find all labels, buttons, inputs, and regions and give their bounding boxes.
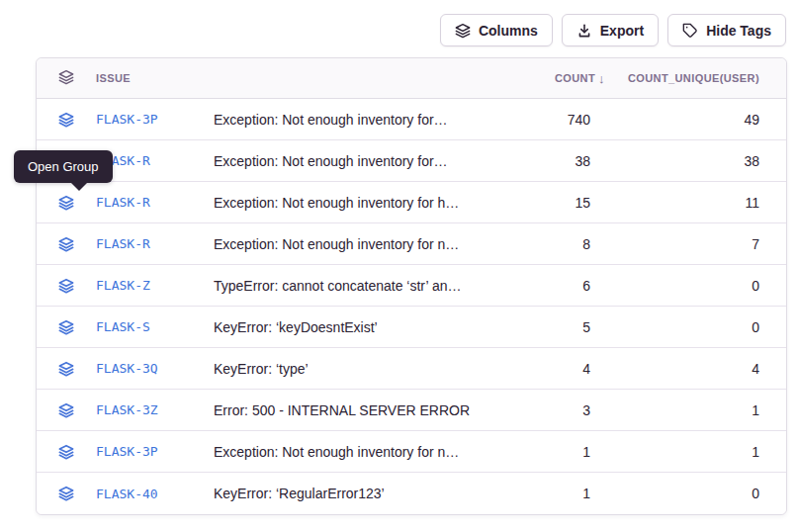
issue-title: KeyError: ‘type’ bbox=[214, 361, 490, 377]
open-group-stack-icon[interactable] bbox=[37, 278, 96, 294]
count-value: 5 bbox=[490, 319, 595, 335]
stack-icon bbox=[455, 23, 471, 39]
hide-tags-button[interactable]: Hide Tags bbox=[667, 14, 786, 46]
count-value: 4 bbox=[490, 361, 595, 377]
count-unique-value: 4 bbox=[595, 361, 786, 377]
open-group-stack-icon[interactable] bbox=[37, 236, 96, 252]
table-row: FLASK-3P Exception: Not enough inventory… bbox=[37, 431, 786, 473]
hide-tags-button-label: Hide Tags bbox=[706, 23, 771, 39]
issue-key-link[interactable]: FLASK-3P bbox=[96, 444, 214, 459]
count-value: 1 bbox=[490, 486, 595, 501]
open-group-stack-icon[interactable] bbox=[37, 444, 96, 460]
issue-key-link[interactable]: FLASK-3P bbox=[96, 112, 214, 127]
columns-button-label: Columns bbox=[479, 23, 538, 39]
count-value: 6 bbox=[490, 278, 595, 294]
open-group-stack-icon[interactable] bbox=[37, 361, 96, 377]
stack-header-icon bbox=[37, 69, 96, 87]
open-group-stack-icon[interactable] bbox=[37, 195, 96, 211]
table-body: FLASK-3P Exception: Not enough inventory… bbox=[37, 99, 786, 514]
count-value: 38 bbox=[490, 153, 595, 169]
issue-title: Exception: Not enough inventory for n… bbox=[214, 236, 490, 252]
table-row: FLASK-3P Exception: Not enough inventory… bbox=[37, 99, 786, 140]
open-group-stack-icon[interactable] bbox=[37, 112, 96, 128]
issue-key-link[interactable]: FLASK-3Z bbox=[96, 402, 214, 417]
export-button[interactable]: Export bbox=[562, 14, 659, 46]
header-count-unique[interactable]: COUNT_UNIQUE(USER) bbox=[595, 72, 786, 84]
export-button-label: Export bbox=[600, 23, 644, 39]
table-row: FLASK-S KeyError: ‘keyDoesntExist’ 5 0 bbox=[37, 307, 786, 348]
issue-key-link[interactable]: FLASK-R bbox=[96, 236, 214, 251]
open-group-stack-icon[interactable] bbox=[37, 319, 96, 335]
issue-title: KeyError: ‘keyDoesntExist’ bbox=[214, 319, 490, 335]
issue-title: Exception: Not enough inventory for… bbox=[214, 153, 490, 169]
count-value: 15 bbox=[490, 195, 595, 211]
download-icon bbox=[576, 23, 592, 39]
open-group-tooltip: Open Group bbox=[14, 150, 113, 183]
issue-key-link[interactable]: FLASK-40 bbox=[96, 487, 214, 501]
count-value: 8 bbox=[490, 236, 595, 252]
count-unique-value: 11 bbox=[595, 195, 786, 211]
issue-key-link[interactable]: FLASK-R bbox=[96, 195, 214, 210]
header-issue: ISSUE bbox=[96, 72, 214, 84]
count-unique-value: 0 bbox=[595, 319, 786, 335]
toolbar: Columns Export Hide Tags bbox=[440, 14, 786, 46]
open-group-stack-icon[interactable] bbox=[37, 402, 96, 418]
issue-title: KeyError: ‘RegularError123’ bbox=[214, 486, 490, 501]
table-row: FLASK-Z TypeError: cannot concatenate ‘s… bbox=[37, 265, 786, 307]
table-header-row: ISSUE COUNT ↓ COUNT_UNIQUE(USER) bbox=[37, 58, 786, 99]
count-unique-value: 38 bbox=[595, 153, 786, 169]
issue-key-link[interactable]: FLASK-3Q bbox=[96, 361, 214, 376]
tooltip-label: Open Group bbox=[28, 159, 99, 174]
table-row: FLASK-40 KeyError: ‘RegularError123’ 1 0 bbox=[37, 473, 786, 514]
issue-key-link[interactable]: FLASK-S bbox=[96, 319, 214, 334]
count-value: 3 bbox=[490, 402, 595, 418]
issue-title: Exception: Not enough inventory for… bbox=[214, 112, 490, 128]
issue-key-link[interactable]: FLASK-Z bbox=[96, 278, 214, 293]
issue-title: Exception: Not enough inventory for n… bbox=[214, 444, 490, 460]
open-group-stack-icon[interactable] bbox=[37, 486, 96, 501]
table-row: FLASK-R Exception: Not enough inventory … bbox=[37, 223, 786, 265]
count-unique-value: 0 bbox=[595, 486, 786, 501]
columns-button[interactable]: Columns bbox=[440, 14, 553, 46]
issue-title: Error: 500 - INTERNAL SERVER ERROR bbox=[214, 402, 490, 418]
issue-title: TypeError: cannot concatenate ‘str’ an… bbox=[214, 278, 490, 294]
table-row: FLASK-3Z Error: 500 - INTERNAL SERVER ER… bbox=[37, 390, 786, 431]
results-table: ISSUE COUNT ↓ COUNT_UNIQUE(USER) FLASK-3… bbox=[36, 57, 787, 515]
count-unique-value: 7 bbox=[595, 236, 786, 252]
count-value: 740 bbox=[490, 112, 595, 128]
issue-title: Exception: Not enough inventory for h… bbox=[214, 195, 490, 211]
header-count[interactable]: COUNT ↓ bbox=[490, 71, 595, 86]
table-row: FLASK-R Exception: Not enough inventory … bbox=[37, 182, 786, 223]
table-row: FLASK-3Q KeyError: ‘type’ 4 4 bbox=[37, 348, 786, 390]
issue-key-link[interactable]: FLASK-R bbox=[96, 153, 214, 168]
table-row: FLASK-R Exception: Not enough inventory … bbox=[37, 140, 786, 182]
count-unique-value: 1 bbox=[595, 444, 786, 460]
count-unique-value: 0 bbox=[595, 278, 786, 294]
count-unique-value: 1 bbox=[595, 402, 786, 418]
tag-icon bbox=[682, 23, 698, 39]
count-unique-value: 49 bbox=[595, 112, 786, 128]
count-value: 1 bbox=[490, 444, 595, 460]
